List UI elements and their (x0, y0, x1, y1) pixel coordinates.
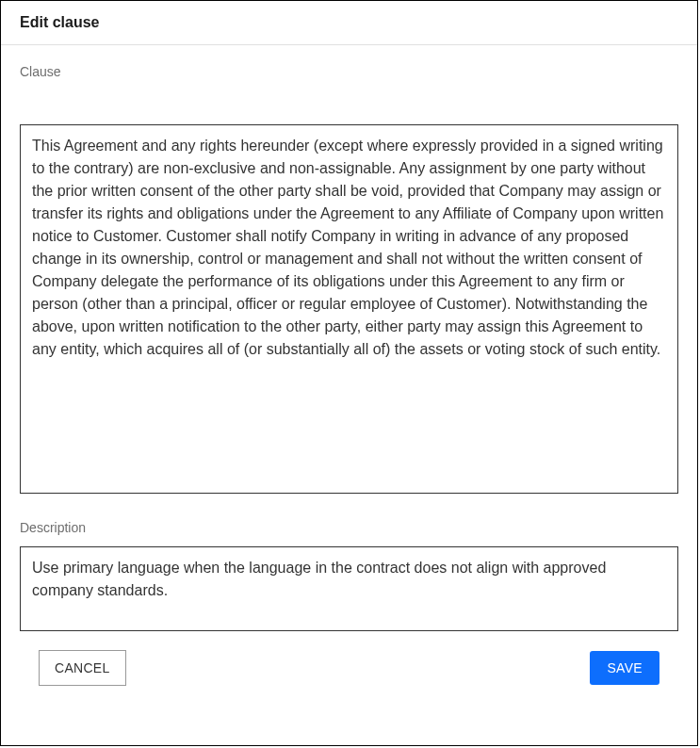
cancel-button[interactable]: CANCEL (39, 650, 126, 686)
clause-textarea[interactable] (20, 124, 678, 494)
dialog-title: Edit clause (20, 14, 678, 31)
description-textarea[interactable] (20, 546, 678, 631)
clause-form-group: Clause (20, 64, 678, 494)
dialog-footer: CANCEL SAVE (20, 650, 678, 705)
clause-label: Clause (20, 64, 678, 79)
dialog-body: Clause Description CANCEL SAVE (1, 45, 697, 745)
edit-clause-dialog: Edit clause Clause Description CANCEL SA… (0, 0, 698, 746)
description-form-group: Description (20, 494, 678, 631)
dialog-header: Edit clause (1, 1, 697, 45)
save-button[interactable]: SAVE (590, 651, 659, 685)
description-label: Description (20, 520, 678, 535)
